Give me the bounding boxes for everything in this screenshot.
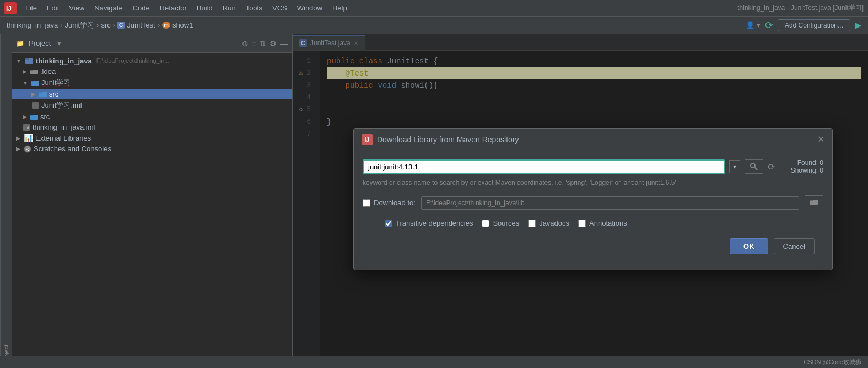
svg-rect-21 bbox=[810, 200, 813, 201]
vcs-update-icon[interactable]: ⟳ bbox=[765, 19, 773, 31]
menu-run[interactable]: Run bbox=[218, 3, 240, 13]
download-to-checkbox-label[interactable]: Download to: bbox=[363, 199, 416, 207]
menu-window[interactable]: Window bbox=[293, 3, 327, 13]
dialog-title: Download Library from Maven Repository bbox=[377, 135, 519, 144]
tree-item-src-outer[interactable]: ▶ src bbox=[12, 111, 292, 122]
cancel-button[interactable]: Cancel bbox=[774, 238, 815, 254]
breadcrumb-class[interactable]: JunitTest bbox=[127, 21, 155, 29]
javadocs-checkbox[interactable] bbox=[528, 220, 536, 227]
tree-item-thinking-iml[interactable]: iml thinking_in_java.iml bbox=[12, 122, 292, 132]
loading-icon: ⟳ bbox=[768, 162, 775, 172]
folder-src-outer-icon bbox=[30, 113, 38, 121]
breadcrumb-module[interactable]: Junit学习 bbox=[65, 20, 94, 30]
menu-vcs[interactable]: VCS bbox=[268, 3, 292, 13]
toolbar-actions: 👤 ▾ ⟳ Add Configuration... ▶ bbox=[746, 19, 861, 31]
tree-arrow-scratches: ▶ bbox=[16, 146, 20, 152]
menu-build[interactable]: Build bbox=[192, 3, 217, 13]
showing-count: Showing: 0 bbox=[779, 167, 823, 174]
tree-label-root: thinking_in_java bbox=[36, 57, 92, 65]
iml-icon: iml bbox=[31, 102, 39, 109]
annotations-text: Annotations bbox=[589, 219, 627, 227]
tree-item-src-inner[interactable]: ▶ src bbox=[12, 89, 292, 99]
annotations-checkbox[interactable] bbox=[578, 220, 586, 227]
app-logo: IJ bbox=[4, 2, 17, 14]
download-row: Download to: bbox=[363, 195, 823, 210]
download-to-checkbox[interactable] bbox=[363, 199, 370, 207]
menu-edit[interactable]: Edit bbox=[42, 3, 63, 13]
breadcrumb-src[interactable]: src bbox=[101, 21, 110, 29]
sidebar-header-actions: ⊕ ≡ ⇅ ⚙ — bbox=[242, 39, 288, 48]
menu-file[interactable]: File bbox=[21, 3, 41, 13]
svg-rect-9 bbox=[39, 92, 42, 93]
settings-icon[interactable]: ⚙ bbox=[269, 39, 277, 48]
project-tab[interactable]: Project bbox=[0, 34, 12, 368]
method-icon: m bbox=[162, 22, 170, 29]
window-title: thinking_in_java - JunitTest.java [Junit… bbox=[737, 3, 864, 13]
transitive-deps-checkbox[interactable] bbox=[385, 220, 392, 227]
javadocs-label[interactable]: Javadocs bbox=[528, 219, 569, 227]
tree-item-idea[interactable]: ▶ .idea bbox=[12, 66, 292, 77]
run-button[interactable]: ▶ bbox=[855, 20, 861, 30]
add-config-button[interactable]: Add Configuration... bbox=[778, 19, 850, 31]
hide-icon[interactable]: — bbox=[280, 39, 288, 48]
tree-label-src-outer: src bbox=[40, 113, 50, 121]
tree-arrow-idea: ▶ bbox=[23, 68, 27, 74]
dialog-overlay: IJ Download Library from Maven Repositor… bbox=[293, 34, 868, 368]
annotations-label[interactable]: Annotations bbox=[578, 219, 627, 227]
menu-view[interactable]: View bbox=[64, 3, 89, 13]
tree-item-junit-iml[interactable]: iml Junit学习.iml bbox=[12, 99, 292, 111]
search-button[interactable] bbox=[745, 159, 763, 174]
svg-text:iml: iml bbox=[33, 104, 37, 108]
download-to-label: Download to: bbox=[374, 199, 416, 207]
menu-refactor[interactable]: Refactor bbox=[155, 3, 191, 13]
found-count: Found: 0 bbox=[779, 159, 823, 167]
menu-code[interactable]: Code bbox=[128, 3, 154, 13]
folder-junit-icon bbox=[31, 79, 39, 87]
locate-icon[interactable]: ⊕ bbox=[242, 39, 249, 48]
tree-label-idea: .idea bbox=[40, 67, 56, 76]
folder-icon: 📁 bbox=[16, 40, 24, 47]
libraries-icon: 📊 bbox=[24, 134, 33, 142]
tree-item-external-libs[interactable]: ▶ 📊 External Libraries bbox=[12, 132, 292, 143]
sidebar-dropdown-icon[interactable]: ▾ bbox=[57, 39, 61, 47]
folder-idea-icon bbox=[30, 68, 38, 76]
breadcrumb: thinking_in_java › Junit学习 › src › C Jun… bbox=[0, 17, 868, 34]
search-dropdown-button[interactable]: ▾ bbox=[729, 160, 740, 173]
browse-folder-button[interactable] bbox=[805, 195, 823, 210]
svg-rect-7 bbox=[31, 81, 34, 82]
breadcrumb-project[interactable]: thinking_in_java bbox=[7, 21, 58, 29]
tree-label-thinking-iml: thinking_in_java.iml bbox=[33, 123, 95, 131]
java-class-icon: C bbox=[117, 22, 125, 29]
expand-icon[interactable]: ⇅ bbox=[260, 39, 266, 48]
menu-help[interactable]: Help bbox=[328, 3, 352, 13]
tree-label-ext-libs: External Libraries bbox=[35, 134, 91, 142]
tree-item-junit-study[interactable]: ▼ Junit学习 bbox=[12, 77, 292, 89]
collapse-icon[interactable]: ≡ bbox=[252, 39, 256, 48]
ok-button[interactable]: OK bbox=[730, 238, 768, 254]
dialog-header: IJ Download Library from Maven Repositor… bbox=[354, 129, 832, 151]
dialog-close-button[interactable]: ✕ bbox=[817, 135, 824, 144]
javadocs-text: Javadocs bbox=[539, 219, 569, 227]
sources-label[interactable]: Sources bbox=[482, 219, 519, 227]
maven-search-input[interactable] bbox=[363, 159, 725, 174]
tree-arrow-junit: ▼ bbox=[23, 80, 28, 86]
tree-arrow: ▼ bbox=[16, 58, 21, 64]
menu-tools[interactable]: Tools bbox=[241, 3, 267, 13]
search-icon bbox=[750, 162, 758, 171]
menu-navigate[interactable]: Navigate bbox=[90, 3, 127, 13]
sources-checkbox[interactable] bbox=[482, 220, 489, 227]
tree-item-scratches[interactable]: ▶ S Scratches and Consoles bbox=[12, 143, 292, 154]
transitive-deps-label[interactable]: Transitive dependencies bbox=[385, 219, 473, 227]
found-info: Found: 0 Showing: 0 bbox=[779, 159, 823, 174]
tree-item-root[interactable]: ▼ thinking_in_java F:\ideaProject\thinki… bbox=[12, 55, 292, 66]
profile-icon[interactable]: 👤 ▾ bbox=[746, 21, 761, 29]
folder-src-icon bbox=[39, 90, 47, 98]
hint-text: keyword or class name to search by or ex… bbox=[363, 179, 823, 186]
svg-text:IJ: IJ bbox=[6, 5, 12, 13]
download-path-input[interactable] bbox=[421, 196, 799, 210]
tree-label-src-inner: src bbox=[49, 90, 58, 98]
breadcrumb-method[interactable]: show1 bbox=[172, 21, 193, 29]
svg-text:iml: iml bbox=[24, 126, 29, 130]
statusbar: CSDN @Code攻城狮 bbox=[0, 356, 868, 368]
editor-area: C JunitTest.java ✕ 1 ⚠2 3 4 ◇5 6 7 publi… bbox=[293, 34, 868, 368]
